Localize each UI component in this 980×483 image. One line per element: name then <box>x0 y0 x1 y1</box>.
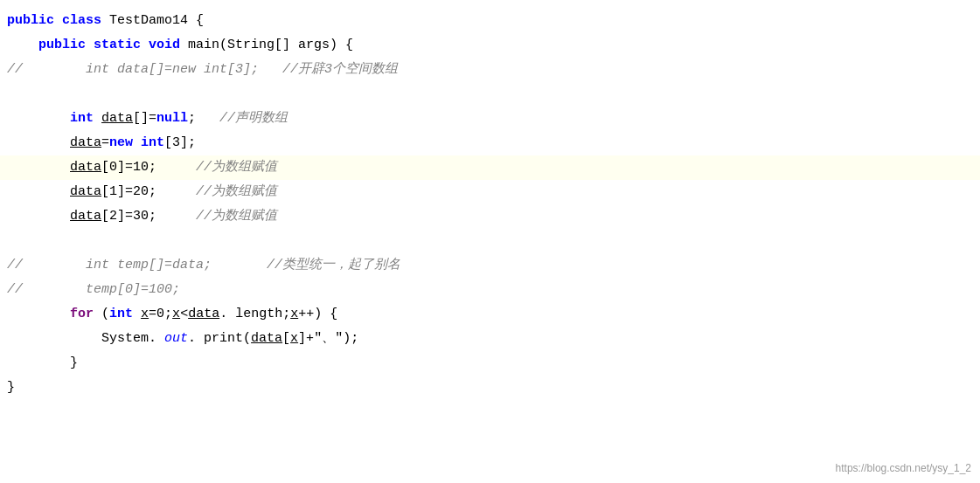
line-9-content: data[2]=30; //为数组赋值 <box>0 205 277 228</box>
code-line-9: data[2]=30; //为数组赋值 <box>0 204 980 229</box>
code-line-1: public class TestDamo14 { <box>0 9 980 33</box>
code-line-4 <box>0 82 980 107</box>
line-12-content: // temp[0]=100; <box>0 279 180 301</box>
line-6-content: data=new int[3]; <box>0 132 196 155</box>
code-line-12: // temp[0]=100; <box>0 278 980 302</box>
line-11-content: // int temp[]=data; //类型统一，起了别名 <box>0 254 400 277</box>
code-line-7: data[0]=10; //为数组赋值 <box>0 155 980 180</box>
line-4-content <box>0 83 15 106</box>
line-15-content: } <box>0 352 78 375</box>
code-line-3: // int data[]=new int[3]; //开辟3个空间数组 <box>0 58 980 82</box>
code-line-14: System. out. print(data[x]+"、"); <box>0 327 980 351</box>
code-line-13: for (int x=0;x<data. length;x++) { <box>0 302 980 327</box>
code-line-10 <box>0 229 980 253</box>
line-1-content: public class TestDamo14 { <box>0 10 204 32</box>
code-line-16: } <box>0 376 980 400</box>
line-14-content: System. out. print(data[x]+"、"); <box>0 328 358 350</box>
code-line-8: data[1]=20; //为数组赋值 <box>0 180 980 204</box>
code-line-2: public static void main(String[] args) { <box>0 33 980 58</box>
line-7-content: data[0]=10; //为数组赋值 <box>0 156 277 179</box>
code-line-11: // int temp[]=data; //类型统一，起了别名 <box>0 253 980 278</box>
code-editor: public class TestDamo14 { public static … <box>0 0 980 483</box>
line-3-content: // int data[]=new int[3]; //开辟3个空间数组 <box>0 59 398 81</box>
line-8-content: data[1]=20; //为数组赋值 <box>0 181 277 204</box>
line-2-content: public static void main(String[] args) { <box>0 34 353 57</box>
line-16-content: } <box>0 376 15 399</box>
line-5-content: int data[]=null; //声明数组 <box>0 107 288 130</box>
line-13-content: for (int x=0;x<data. length;x++) { <box>0 303 337 326</box>
code-line-5: int data[]=null; //声明数组 <box>0 107 980 131</box>
code-line-15: } <box>0 351 980 376</box>
line-10-content <box>0 230 15 252</box>
watermark: https://blog.csdn.net/ysy_1_2 <box>836 462 971 474</box>
code-line-6: data=new int[3]; <box>0 131 980 155</box>
